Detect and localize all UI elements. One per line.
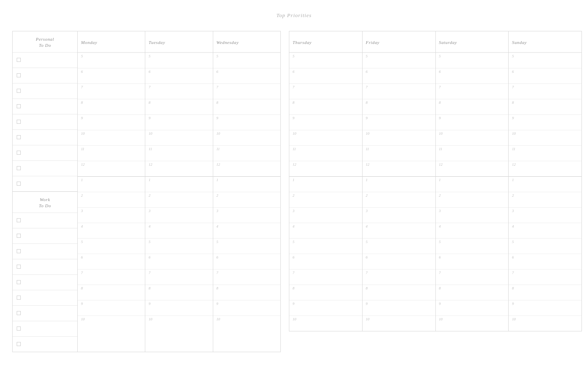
checkbox-w3[interactable] — [17, 249, 21, 253]
time-label: 11 — [216, 147, 220, 151]
time-row-sun-10: 10 — [509, 130, 581, 145]
time-row-sun-4: 4 — [509, 223, 581, 238]
time-row-sun-3: 3 — [509, 207, 581, 223]
left-half: PersonalTo Do WorkTo Do — [12, 31, 281, 352]
time-label: 5 — [366, 240, 368, 244]
checkbox-9[interactable] — [17, 182, 21, 186]
time-row-tue-3: 3 — [145, 207, 212, 223]
tuesday-column: Tuesday 5 6 7 8 9 10 11 12 1 2 3 4 5 6 7… — [145, 31, 213, 352]
checkbox-5[interactable] — [17, 120, 21, 124]
time-row-mon-8: 8 — [78, 99, 145, 114]
time-label: 2 — [439, 194, 441, 197]
checkbox-w5[interactable] — [17, 280, 21, 284]
time-row-thu-4: 4 — [289, 223, 362, 238]
time-label: 6 — [216, 70, 219, 74]
personal-todo-row — [13, 176, 77, 191]
time-label: 8 — [366, 101, 368, 105]
checkbox-1[interactable] — [17, 58, 21, 62]
time-label: 8 — [366, 287, 368, 290]
time-label: 4 — [293, 225, 295, 228]
time-row-sat-6pm: 6 — [436, 254, 509, 269]
time-row-fri-10pm: 10 — [363, 316, 435, 331]
time-label: 8 — [149, 101, 151, 105]
time-row-wed-5: 5 — [213, 53, 280, 68]
time-label: 12 — [81, 163, 85, 167]
time-label: 8 — [81, 101, 83, 105]
time-row-sat-9: 9 — [436, 114, 509, 130]
time-row-fri-9: 9 — [363, 114, 435, 130]
time-row-tue-7pm: 7 — [145, 269, 212, 285]
time-label: 8 — [81, 287, 83, 290]
time-row-fri-6: 6 — [363, 68, 435, 83]
time-row-fri-1: 1 — [363, 176, 435, 192]
time-label: 6 — [81, 70, 83, 74]
checkbox-4[interactable] — [17, 104, 21, 108]
time-row-sat-6: 6 — [436, 68, 509, 83]
time-row-thu-8: 8 — [289, 99, 362, 114]
checkbox-w4[interactable] — [17, 265, 21, 269]
time-row-fri-8pm: 8 — [363, 285, 435, 300]
personal-todo-row — [13, 145, 77, 160]
time-label: 7 — [439, 271, 441, 275]
time-label: 10 — [81, 318, 85, 321]
time-row-sat-8: 8 — [436, 99, 509, 114]
time-row-sun-10pm: 10 — [509, 316, 581, 331]
checkbox-3[interactable] — [17, 89, 21, 93]
time-label: 5 — [149, 55, 151, 58]
time-label: 2 — [293, 194, 295, 197]
checkbox-6[interactable] — [17, 135, 21, 139]
time-label: 5 — [439, 55, 441, 58]
time-label: 11 — [366, 147, 369, 151]
checkbox-w6[interactable] — [17, 296, 21, 300]
time-row-sun-8pm: 8 — [509, 285, 581, 300]
time-label: 9 — [366, 116, 368, 120]
time-row-wed-8pm: 8 — [213, 285, 280, 300]
time-row-wed-7: 7 — [213, 83, 280, 99]
checkbox-8[interactable] — [17, 166, 21, 170]
time-label: 6 — [512, 256, 514, 259]
time-label: 4 — [439, 225, 441, 228]
personal-todo-row — [13, 160, 77, 176]
time-label: 9 — [293, 302, 295, 306]
work-todo-row — [13, 321, 77, 336]
time-row-tue-5pm: 5 — [145, 238, 212, 254]
checkbox-w8[interactable] — [17, 327, 21, 331]
checkbox-w9[interactable] — [17, 342, 21, 346]
time-row-sat-7: 7 — [436, 83, 509, 99]
time-label: 4 — [512, 225, 514, 228]
checkbox-w1[interactable] — [17, 218, 21, 222]
time-row-mon-2: 2 — [78, 192, 145, 207]
checkbox-w7[interactable] — [17, 311, 21, 315]
time-row-sun-1: 1 — [509, 176, 581, 192]
time-label: 7 — [366, 271, 368, 275]
time-label: 8 — [512, 287, 514, 290]
time-label: 1 — [439, 178, 441, 182]
time-label: 2 — [81, 194, 83, 197]
time-label: 9 — [512, 302, 514, 306]
time-label: 1 — [81, 178, 83, 182]
time-label: 3 — [439, 209, 441, 213]
time-row-sat-2: 2 — [436, 192, 509, 207]
time-row-wed-9pm: 9 — [213, 300, 280, 316]
checkbox-7[interactable] — [17, 151, 21, 155]
time-row-sat-4: 4 — [436, 223, 509, 238]
checkbox-2[interactable] — [17, 73, 21, 77]
time-row-mon-3: 3 — [78, 207, 145, 223]
time-row-mon-6pm: 6 — [78, 254, 145, 269]
checkbox-w2[interactable] — [17, 234, 21, 238]
personal-todo-section: PersonalTo Do — [13, 31, 77, 191]
main-layout: PersonalTo Do WorkTo Do — [12, 31, 576, 352]
right-half: Thursday 5 6 7 8 9 10 11 12 1 2 3 4 5 6 … — [289, 31, 582, 331]
time-label: 1 — [512, 178, 514, 182]
work-todo-row — [13, 274, 77, 290]
time-row-sun-7: 7 — [509, 83, 581, 99]
time-label: 9 — [293, 116, 295, 120]
time-row-fri-4: 4 — [363, 223, 435, 238]
time-row-fri-7pm: 7 — [363, 269, 435, 285]
time-row-tue-10: 10 — [145, 130, 212, 145]
time-row-wed-8: 8 — [213, 99, 280, 114]
sunday-header: Sunday — [509, 31, 581, 53]
time-row-mon-9pm: 9 — [78, 300, 145, 316]
sunday-label: Sunday — [512, 40, 527, 45]
personal-todo-row — [13, 68, 77, 83]
